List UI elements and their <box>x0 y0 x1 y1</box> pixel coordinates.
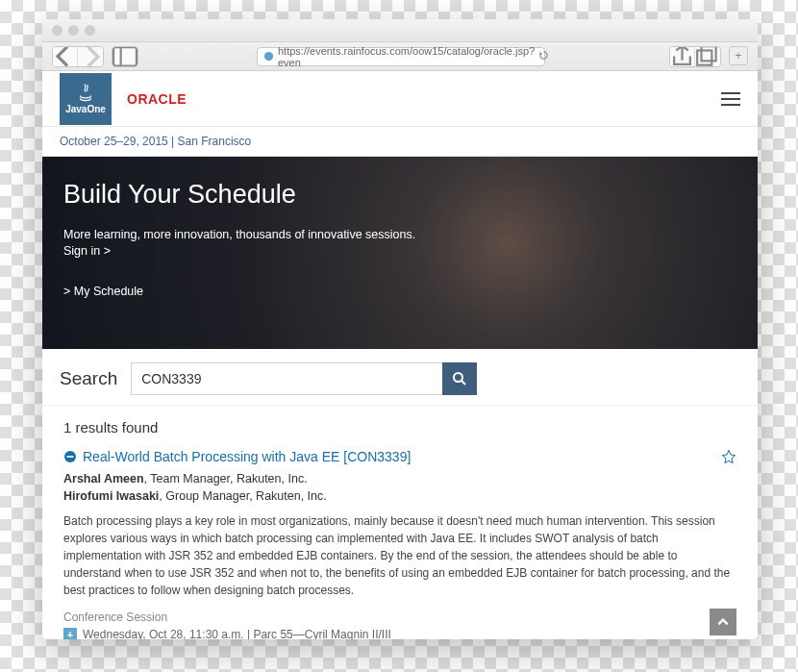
share-button[interactable] <box>670 47 695 66</box>
browser-window: https://events.rainfocus.com/oow15/catal… <box>42 19 758 639</box>
browser-toolbar: https://events.rainfocus.com/oow15/catal… <box>42 42 758 71</box>
sidebar-button[interactable] <box>112 47 137 66</box>
result-title-link[interactable]: Real-World Batch Processing with Java EE… <box>83 449 411 464</box>
javaone-label: JavaOne <box>65 104 106 114</box>
svg-rect-3 <box>697 50 711 64</box>
search-box <box>131 362 477 395</box>
title-bar <box>42 19 758 42</box>
javaone-logo[interactable]: JavaOne <box>60 73 112 125</box>
hero-subtitle: More learning, more innovation, thousand… <box>63 225 736 244</box>
menu-button[interactable] <box>721 92 740 106</box>
page-content: JavaOne ORACLE October 25–29, 2015 | San… <box>42 71 758 639</box>
svg-point-2 <box>264 52 273 61</box>
nav-back-forward <box>52 46 104 67</box>
back-button[interactable] <box>53 47 78 66</box>
address-bar[interactable]: https://events.rainfocus.com/oow15/catal… <box>257 47 545 66</box>
collapse-icon[interactable] <box>63 450 77 463</box>
site-header: JavaOne ORACLE <box>42 71 758 127</box>
window-zoom-icon[interactable] <box>85 25 95 36</box>
event-date-location: October 25–29, 2015 | San Francisco <box>42 127 758 157</box>
search-input[interactable] <box>131 362 442 395</box>
session-type: Conference Session <box>63 610 736 624</box>
search-row: Search <box>42 349 758 406</box>
favorite-star-icon[interactable] <box>721 449 736 468</box>
window-close-icon[interactable] <box>52 25 62 36</box>
forward-button[interactable] <box>78 47 103 66</box>
schedule-row: + Wednesday, Oct 28, 11:30 a.m. | Parc 5… <box>63 628 736 639</box>
svg-rect-8 <box>67 456 74 458</box>
session-abstract: Batch processing plays a key role in mos… <box>63 512 736 599</box>
window-minimize-icon[interactable] <box>68 25 79 36</box>
oracle-logo[interactable]: ORACLE <box>127 91 187 107</box>
hero-banner: Build Your Schedule More learning, more … <box>42 157 758 349</box>
address-url: https://events.rainfocus.com/oow15/catal… <box>278 45 535 68</box>
result-item: Real-World Batch Processing with Java EE… <box>63 449 736 639</box>
reload-icon[interactable] <box>538 50 549 62</box>
results-count: 1 results found <box>63 419 736 436</box>
svg-point-5 <box>454 373 462 382</box>
hero-title: Build Your Schedule <box>63 180 736 210</box>
search-button[interactable] <box>442 362 477 395</box>
svg-rect-4 <box>702 46 716 61</box>
sign-in-link[interactable]: Sign in > <box>63 244 736 258</box>
back-to-top-button[interactable] <box>710 609 736 635</box>
speaker-line-2: Hirofumi Iwasaki, Group Manager, Rakuten… <box>63 489 736 503</box>
add-to-schedule-icon[interactable]: + <box>63 628 77 639</box>
view-group <box>112 46 138 67</box>
schedule-text: Wednesday, Oct 28, 11:30 a.m. | Parc 55—… <box>83 628 391 639</box>
tabs-button[interactable] <box>695 47 720 66</box>
my-schedule-link[interactable]: > My Schedule <box>63 285 143 298</box>
speaker-line-1: Arshal Ameen, Team Manager, Rakuten, Inc… <box>63 472 736 485</box>
results-area: 1 results found Real-World Batch Process… <box>42 406 758 639</box>
svg-line-6 <box>461 381 465 385</box>
site-icon <box>263 51 274 62</box>
svg-rect-0 <box>113 47 137 65</box>
search-label: Search <box>60 368 117 389</box>
new-tab-button[interactable]: + <box>729 46 748 65</box>
